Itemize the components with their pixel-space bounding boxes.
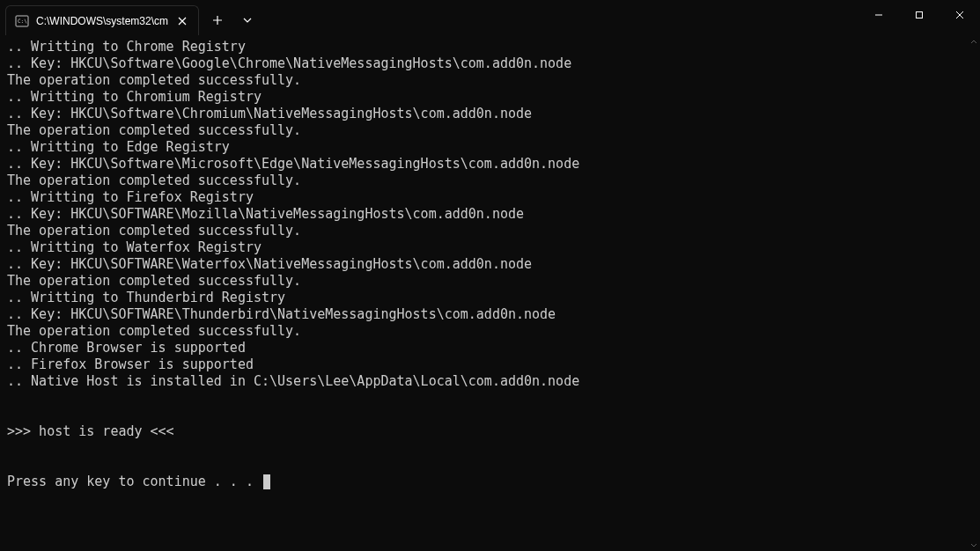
terminal-window: C:\ C:\WINDOWS\system32\cm	[0, 0, 980, 551]
new-tab-button[interactable]	[203, 5, 232, 35]
terminal-line: The operation completed successfully.	[7, 273, 301, 289]
terminal-line: .. Key: HKCU\SOFTWARE\Thunderbird\Native…	[7, 306, 556, 322]
terminal-line: .. Key: HKCU\SOFTWARE\Waterfox\NativeMes…	[7, 256, 532, 272]
scroll-up-arrow-icon[interactable]	[968, 35, 980, 48]
terminal-line: The operation completed successfully.	[7, 323, 301, 339]
titlebar: C:\ C:\WINDOWS\system32\cm	[0, 0, 980, 35]
terminal-output: .. Writting to Chrome Registry .. Key: H…	[0, 35, 980, 497]
terminal-line: The operation completed successfully.	[7, 72, 301, 88]
svg-rect-2	[917, 12, 923, 18]
terminal-line: .. Writting to Chrome Registry	[7, 39, 246, 55]
tab-dropdown-button[interactable]	[232, 5, 262, 35]
terminal-line: The operation completed successfully.	[7, 223, 301, 239]
tab-title: C:\WINDOWS\system32\cm	[36, 15, 168, 27]
terminal-line: .. Key: HKCU\SOFTWARE\Mozilla\NativeMess…	[7, 206, 524, 222]
minimize-button[interactable]	[858, 0, 899, 30]
terminal-line: .. Key: HKCU\Software\Chromium\NativeMes…	[7, 106, 532, 121]
terminal-line: .. Writting to Firefox Registry	[7, 189, 254, 205]
scroll-down-arrow-icon[interactable]	[968, 539, 980, 551]
terminal-line: .. Key: HKCU\Software\Microsoft\Edge\Nat…	[7, 156, 579, 172]
tab-cmd[interactable]: C:\ C:\WINDOWS\system32\cm	[5, 5, 199, 35]
tab-close-button[interactable]	[175, 14, 189, 28]
cursor	[263, 474, 270, 489]
svg-text:C:\: C:\	[18, 18, 27, 24]
terminal-line: The operation completed successfully.	[7, 173, 301, 188]
terminal-area[interactable]: .. Writting to Chrome Registry .. Key: H…	[0, 35, 980, 551]
terminal-line: .. Firefox Browser is supported	[7, 356, 254, 372]
terminal-line: >>> host is ready <<<	[7, 423, 174, 439]
terminal-line: .. Writting to Edge Registry	[7, 139, 230, 155]
cmd-icon: C:\	[15, 14, 29, 28]
vertical-scrollbar[interactable]	[968, 35, 980, 551]
terminal-line: Press any key to continue . . .	[7, 474, 262, 489]
terminal-line: .. Writting to Waterfox Registry	[7, 239, 262, 255]
terminal-line: .. Writting to Chromium Registry	[7, 89, 262, 105]
terminal-line: .. Chrome Browser is supported	[7, 340, 246, 356]
terminal-line: The operation completed successfully.	[7, 122, 301, 138]
window-controls	[858, 0, 980, 30]
terminal-line: .. Key: HKCU\Software\Google\Chrome\Nati…	[7, 55, 571, 71]
terminal-line: .. Writting to Thunderbird Registry	[7, 290, 285, 305]
close-window-button[interactable]	[939, 0, 980, 30]
terminal-line: .. Native Host is installed in C:\Users\…	[7, 373, 579, 389]
maximize-button[interactable]	[899, 0, 939, 30]
tab-strip: C:\ C:\WINDOWS\system32\cm	[0, 0, 858, 35]
